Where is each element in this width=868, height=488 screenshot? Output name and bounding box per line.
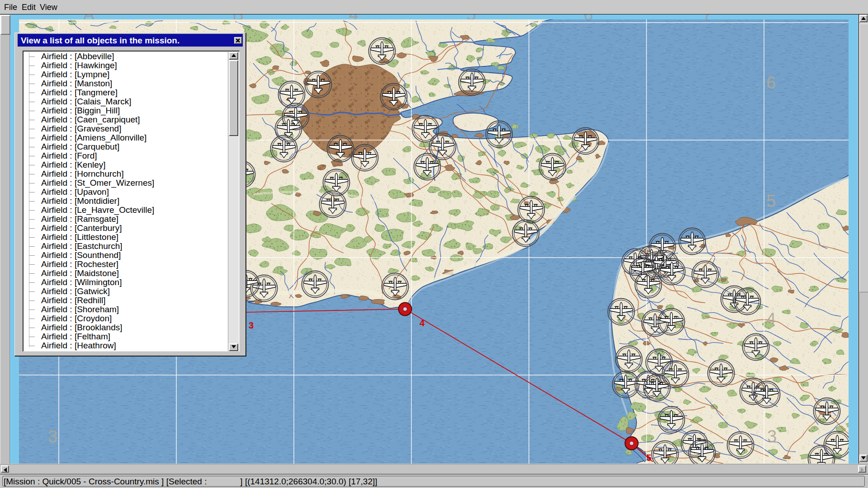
svg-text:7: 7: [703, 14, 712, 19]
svg-text:B: B: [232, 14, 244, 19]
svg-text:5: 5: [467, 14, 476, 19]
svg-text:3: 3: [48, 427, 57, 446]
svg-text:6: 6: [766, 73, 776, 92]
svg-text:3: 3: [249, 320, 254, 330]
svg-text:5: 5: [646, 453, 651, 463]
svg-text:4: 4: [766, 310, 776, 328]
svg-text:4: 4: [349, 14, 359, 19]
svg-text:3: 3: [767, 427, 777, 446]
svg-text:A: A: [83, 14, 95, 19]
svg-text:4: 4: [420, 318, 425, 328]
svg-text:6: 6: [584, 14, 593, 19]
svg-text:5: 5: [766, 192, 776, 211]
